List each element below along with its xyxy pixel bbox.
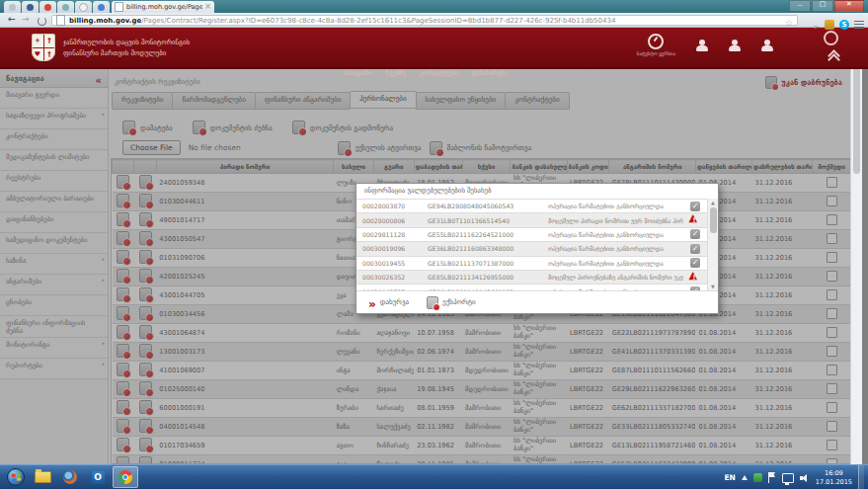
pinned-tab[interactable] — [22, 1, 39, 13]
result-account-number: GE36LB0211160863348000 — [428, 245, 548, 252]
pinned-favicon-icon — [44, 4, 51, 11]
dialog-result-list: 00028003870 GE94LB2808048045060543 ოპერა… — [356, 199, 707, 290]
window-controls — [788, 0, 864, 12]
pinned-tab[interactable] — [93, 1, 110, 13]
pinned-favicon-icon — [98, 4, 105, 11]
window-maximize-button[interactable] — [812, 0, 833, 12]
show-desktop-button[interactable] — [858, 465, 864, 489]
result-message: ოპერაცია წარმატებით განხორციელდა — [548, 203, 683, 209]
antivirus-tray-icon[interactable] — [753, 473, 762, 482]
pinned-favicon-icon — [27, 4, 34, 11]
export-label: ექსპორტი — [442, 298, 476, 306]
header-nav-item[interactable]: ჩვენზე — [385, 69, 407, 77]
browser-menu-icon[interactable] — [854, 21, 864, 29]
pinned-tab[interactable] — [4, 1, 21, 13]
start-button[interactable] — [7, 468, 25, 486]
close-dialog-button[interactable]: დახურვა — [368, 293, 409, 312]
chrome-taskbar-button[interactable] — [113, 466, 138, 488]
user-settings-icon[interactable] — [760, 40, 773, 51]
screen: billing.moh.gov.ge/Page… billing.moh.gov… — [0, 0, 868, 489]
page-content: ნავიგაცია მთავარი გვერდი სადაზღვევო პროგ… — [0, 69, 868, 464]
result-personal-number: 00028000806 — [356, 217, 428, 224]
result-status-icon — [690, 202, 700, 211]
result-message: ოპერაცია წარმატებით განხორციელდა — [548, 231, 683, 238]
network-tray-icon[interactable] — [782, 473, 794, 483]
user-profile-icon[interactable] — [695, 40, 708, 51]
user-document-icon[interactable] — [728, 40, 741, 51]
explorer-taskbar-button[interactable] — [30, 466, 55, 488]
taskbar-apps — [30, 466, 140, 488]
taskbar-clock[interactable]: 16:09 17.01.2015 — [816, 469, 852, 487]
header-nav-item[interactable]: მთავარი — [344, 69, 372, 77]
pinned-tabs — [4, 1, 111, 13]
clock-date: 17.01.2015 — [816, 478, 852, 487]
reload-icon[interactable] — [38, 17, 46, 26]
dialog-result-row: 00030026352 GE85LB0211134126955000 მოცემ… — [356, 270, 707, 284]
close-chevrons-icon — [368, 293, 376, 312]
forward-icon[interactable] — [22, 14, 30, 24]
active-browser-tab[interactable]: billing.moh.gov.ge/Page… — [112, 1, 214, 13]
header-nav-item[interactable]: დახმარება — [472, 69, 508, 77]
org-name-line2: ფინანსური მართვის მოდულები — [63, 48, 190, 59]
scrollbar-thumb[interactable] — [710, 207, 717, 233]
address-bar[interactable]: billing.moh.gov.ge/Pages/Contract/Regist… — [51, 15, 798, 26]
page-scrollbar-thumb[interactable] — [853, 69, 860, 174]
tray-expand-icon[interactable] — [742, 475, 748, 480]
dialog-result-row: 00029811128 GE55LB0211162264521000 ოპერა… — [356, 227, 707, 241]
header-nav-item[interactable]: კონტაქტები — [420, 69, 459, 77]
result-message: მოცემული პირადი ნომრით ვერ მოიძებნა პირო… — [548, 217, 683, 224]
result-account-number: GE31LB0T1101366514540 — [428, 217, 548, 224]
obligations-info-dialog: ინფორმაცია ვალდებულებების შესახებ 000280… — [355, 183, 719, 314]
url-host: billing.moh.gov.ge — [69, 17, 141, 25]
result-status-icon — [689, 214, 702, 226]
dialog-footer: დახურვა ექსპორტი — [356, 290, 718, 313]
ministry-logo: +†♥† — [32, 34, 55, 61]
browser-tab-strip: billing.moh.gov.ge/Page… — [0, 0, 868, 13]
result-message: ოპერაცია წარმატებით განხორციელდა — [548, 245, 683, 252]
result-personal-number: 00030019455 — [356, 260, 428, 267]
gauge-icon — [648, 34, 664, 49]
result-personal-number: 00028003870 — [356, 203, 428, 209]
result-account-number: GE94LB2808048045060543 — [428, 203, 548, 209]
dialog-scrollbar[interactable] — [707, 199, 718, 290]
back-icon[interactable] — [8, 14, 16, 24]
windows-flag-icon — [11, 472, 21, 481]
close-label: დახურვა — [380, 298, 409, 306]
page-scrollbar[interactable] — [850, 69, 862, 464]
outlook-taskbar-button[interactable] — [85, 466, 111, 488]
test-version-badge: სატესტო ვერსია — [637, 34, 675, 57]
pinned-tab[interactable] — [75, 1, 92, 13]
window-close-button[interactable] — [834, 0, 864, 12]
export-button[interactable]: ექსპორტი — [427, 296, 476, 309]
bookmark-star-icon[interactable] — [785, 11, 793, 30]
export-icon — [427, 296, 438, 309]
scroll-up-icon[interactable] — [708, 200, 718, 205]
pinned-tab[interactable] — [39, 1, 56, 13]
skype-extension-icon[interactable] — [839, 20, 849, 30]
tab-title: billing.moh.gov.ge/Page… — [126, 3, 202, 11]
pinned-tab[interactable] — [57, 1, 74, 13]
dialog-result-row: 00028003870 GE94LB2808048045060543 ოპერა… — [356, 199, 707, 212]
result-account-number: GE55LB0211162264521000 — [428, 231, 548, 238]
action-center-flag-icon[interactable] — [768, 472, 776, 483]
result-status-icon — [689, 272, 702, 284]
firefox-taskbar-button[interactable] — [57, 466, 83, 488]
result-message: ოპერაცია წარმატებით განხორციელდა — [548, 260, 683, 267]
site-header: +†♥† ჯანმრთელობის დაცვის მონიტორინგის ფი… — [0, 28, 868, 69]
url-text: billing.moh.gov.ge/Pages/Contract/Regist… — [69, 17, 781, 25]
result-message: მოცემულ პიროვნებაზე ანგარიშის ნომერი უკვ… — [548, 274, 683, 281]
volume-tray-icon[interactable] — [800, 473, 810, 482]
share-extension-icon[interactable] — [813, 15, 820, 34]
system-tray: EN 16:09 17.01.2015 — [724, 465, 864, 489]
test-version-label: სატესტო ვერსია — [637, 50, 675, 57]
collapse-header-icon[interactable] — [829, 51, 837, 59]
scroll-down-icon[interactable] — [708, 284, 718, 289]
explorer-icon — [35, 471, 51, 483]
language-indicator[interactable]: EN — [724, 473, 735, 482]
amber-extension-icon[interactable] — [825, 20, 834, 30]
outlook-icon — [92, 471, 105, 484]
result-personal-number: 00029811128 — [356, 231, 428, 238]
org-name-line1: ჯანმრთელობის დაცვის მონიტორინგის — [63, 38, 190, 48]
pinned-favicon-icon — [62, 4, 69, 11]
tab-close-icon[interactable] — [204, 3, 211, 11]
